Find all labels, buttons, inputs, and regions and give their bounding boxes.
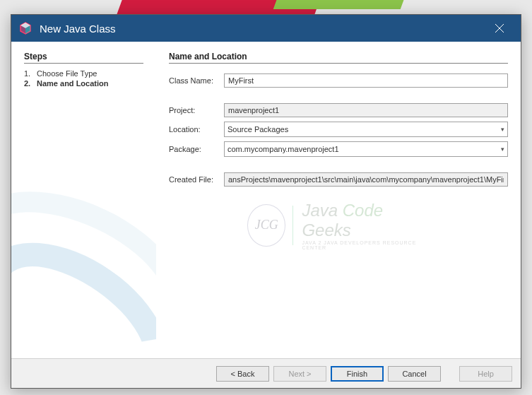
step-item-name-location: 2. Name and Location <box>24 79 143 88</box>
row-location: Location: Source Packages ▾ <box>169 122 508 137</box>
dialog-content: Steps 1. Choose File Type 2. Name and Lo… <box>11 42 521 358</box>
step-number: 2. <box>24 79 37 88</box>
new-java-class-dialog: New Java Class Steps 1. Choose File Type… <box>11 14 521 389</box>
created-file-input <box>224 172 508 187</box>
main-panel: Name and Location Class Name: Project: L… <box>156 42 521 358</box>
row-class-name: Class Name: <box>169 73 508 88</box>
step-label: Name and Location <box>37 79 108 88</box>
class-name-input[interactable] <box>224 73 508 88</box>
panel-heading: Name and Location <box>169 52 508 64</box>
row-created-file: Created File: <box>169 172 508 187</box>
chevron-down-icon: ▾ <box>501 146 504 153</box>
chevron-down-icon: ▾ <box>501 126 504 133</box>
close-button[interactable] <box>485 15 514 42</box>
created-file-label: Created File: <box>169 175 224 184</box>
row-package: Package: com.mycompany.mavenproject1 ▾ <box>169 141 508 157</box>
app-cube-icon <box>18 21 32 35</box>
next-button: Next > <box>273 366 326 382</box>
class-name-label: Class Name: <box>169 76 224 85</box>
package-label: Package: <box>169 145 224 153</box>
close-icon <box>495 23 504 33</box>
steps-list: 1. Choose File Type 2. Name and Location <box>24 69 143 88</box>
dialog-footer: < Back Next > Finish Cancel Help <box>11 358 521 388</box>
sidebar-background <box>11 160 156 358</box>
titlebar: New Java Class <box>11 15 521 42</box>
location-value: Source Packages <box>227 125 288 134</box>
steps-sidebar: Steps 1. Choose File Type 2. Name and Lo… <box>11 42 156 358</box>
project-input <box>224 103 508 117</box>
row-project: Project: <box>169 103 508 117</box>
help-button: Help <box>459 366 512 382</box>
watermark-title: Java Code Geeks <box>302 201 430 240</box>
package-select[interactable]: com.mycompany.mavenproject1 ▾ <box>224 141 508 157</box>
step-label: Choose File Type <box>37 69 97 78</box>
watermark: JCG Java Code Geeks Java 2 Java Develope… <box>247 201 430 250</box>
watermark-subtitle: Java 2 Java Developers Resource Center <box>302 240 430 250</box>
dialog-title: New Java Class <box>40 23 485 35</box>
finish-button[interactable]: Finish <box>331 366 384 382</box>
back-button[interactable]: < Back <box>216 366 269 382</box>
cancel-button[interactable]: Cancel <box>388 366 441 382</box>
step-number: 1. <box>24 69 37 78</box>
location-label: Location: <box>169 125 224 134</box>
package-value: com.mycompany.mavenproject1 <box>227 145 339 153</box>
step-item-choose-file-type: 1. Choose File Type <box>24 69 143 78</box>
location-select[interactable]: Source Packages ▾ <box>224 122 508 137</box>
project-label: Project: <box>169 106 224 114</box>
watermark-badge: JCG <box>247 204 285 247</box>
steps-heading: Steps <box>24 52 143 64</box>
